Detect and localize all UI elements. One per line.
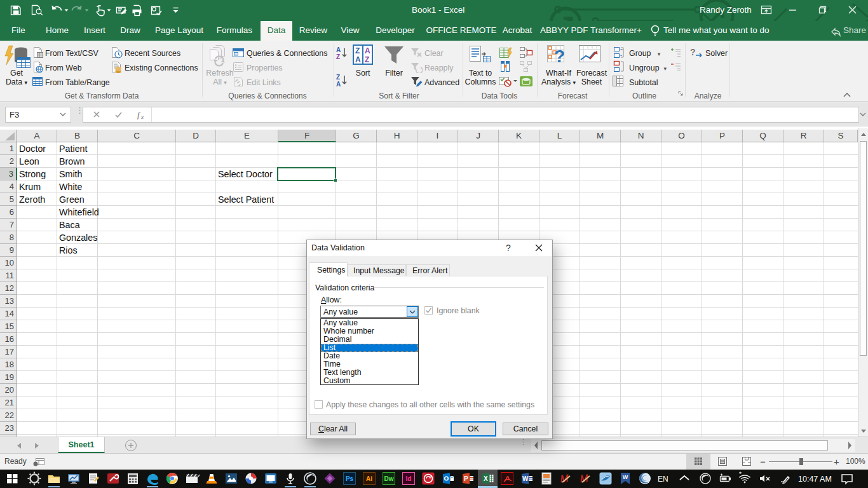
svg-text:?: ? (554, 46, 565, 66)
svg-text:Ai: Ai (366, 475, 372, 482)
svg-text:A: A (336, 46, 341, 53)
svg-text:A: A (365, 46, 370, 55)
svg-text:W: W (522, 475, 529, 482)
svg-text:P: P (464, 475, 468, 482)
svg-text:A: A (355, 55, 361, 64)
svg-text:x: x (140, 114, 144, 120)
svg-text:*: * (739, 471, 742, 478)
svg-text:Id: Id (406, 475, 412, 482)
svg-text:𝑀: 𝑀 (579, 473, 590, 484)
svg-text:Z: Z (355, 46, 360, 55)
svg-text:?: ? (690, 47, 696, 57)
svg-text:A: A (336, 81, 341, 88)
svg-text:Z: Z (336, 74, 340, 81)
svg-text:Dw: Dw (384, 475, 394, 482)
svg-text:Z: Z (336, 53, 340, 60)
svg-text:Z: Z (365, 55, 369, 64)
svg-text:Ps: Ps (346, 475, 354, 482)
svg-text:W: W (623, 474, 628, 480)
svg-text:𝑀: 𝑀 (559, 473, 570, 484)
svg-text:X: X (484, 475, 488, 482)
